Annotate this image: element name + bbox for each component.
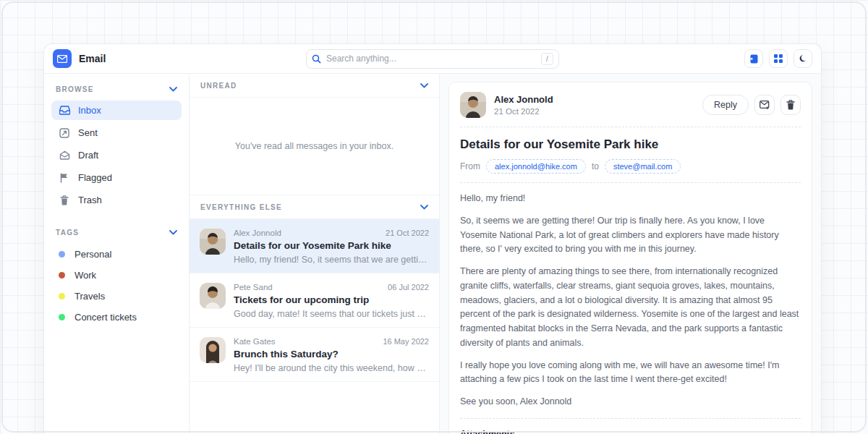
divider — [460, 127, 801, 127]
sidebar-item-draft[interactable]: Draft — [51, 145, 182, 165]
mail-sender: Kate Gates — [234, 337, 276, 346]
app-title: Email — [79, 53, 106, 64]
reading-pane: Alex Jonnold 21 Oct 2022 Reply — [440, 74, 821, 434]
header-actions — [675, 49, 812, 68]
everything-else-section-header[interactable]: EVERYTHING ELSE — [190, 195, 439, 219]
envelope-forward-icon — [760, 101, 770, 110]
tag-item-personal[interactable]: Personal — [51, 244, 182, 265]
email-paragraph: Hello, my friend! — [460, 192, 801, 206]
mail-date: 16 May 2022 — [383, 337, 429, 346]
email-paragraph: I really hope you love coming along with… — [460, 359, 801, 388]
brand: Email — [53, 49, 190, 68]
tag-dot — [59, 293, 65, 299]
mail-preview: Hello, my friend! So, it seems that we a… — [234, 255, 429, 265]
mail-sender: Pete Sand — [234, 283, 273, 292]
tag-label: Travels — [75, 291, 105, 302]
tag-item-travels[interactable]: Travels — [51, 286, 182, 307]
email-subject-title: Details for our Yosemite Park hike — [460, 137, 801, 152]
sidebar-item-inbox[interactable]: Inbox — [51, 101, 182, 120]
chevron-down-icon[interactable] — [420, 83, 428, 88]
to-label: to — [592, 161, 599, 171]
from-to-row: From alex.jonnold@hike.com to steve@mail… — [460, 159, 801, 174]
tag-item-concert-tickets[interactable]: Concert tickets — [51, 307, 182, 328]
forward-email-button[interactable] — [754, 95, 775, 115]
sidebar: BROWSE Inbox Sent — [44, 74, 190, 434]
from-label: From — [460, 161, 480, 171]
search-zone: / — [190, 49, 675, 69]
search-bar[interactable]: / — [306, 49, 559, 69]
chevron-down-icon[interactable] — [169, 230, 177, 235]
avatar — [200, 229, 226, 255]
avatar — [460, 92, 486, 118]
chevron-down-icon[interactable] — [169, 87, 177, 92]
mail-date: 21 Oct 2022 — [386, 229, 429, 237]
trash-icon — [59, 195, 70, 205]
mail-preview: Hey! I'll be around the city this weeken… — [234, 363, 429, 373]
avatar — [200, 337, 226, 363]
sidebar-item-label: Inbox — [78, 105, 101, 116]
email-logo-icon — [53, 49, 72, 68]
attachments-heading: Attachments — [460, 429, 801, 434]
mail-list-column: UNREAD You've read all messages in your … — [190, 74, 440, 434]
mail-summary: Pete Sand 06 Jul 2022 Tickets for our up… — [234, 283, 429, 319]
mail-list-item[interactable]: Kate Gates 16 May 2022 Brunch this Satur… — [190, 328, 439, 382]
email-actions: Reply — [702, 95, 801, 115]
unread-label: UNREAD — [200, 82, 237, 90]
mail-list-item[interactable]: Alex Jonnold 21 Oct 2022 Details for our… — [190, 219, 439, 273]
inbox-icon — [59, 106, 70, 115]
sidebar-item-sent[interactable]: Sent — [51, 123, 182, 142]
search-icon — [312, 54, 321, 64]
divider — [460, 418, 801, 419]
sent-icon — [59, 128, 70, 138]
email-body: Hello, my friend! So, it seems we are ge… — [460, 192, 801, 409]
dark-mode-toggle[interactable] — [793, 49, 812, 68]
search-shortcut-badge: / — [541, 53, 553, 65]
sidebar-item-trash[interactable]: Trash — [51, 190, 182, 210]
tag-label: Personal — [75, 249, 111, 260]
email-date: 21 Oct 2022 — [494, 107, 694, 116]
top-bar: Email / — [44, 44, 821, 74]
to-email-chip[interactable]: steve@mail.com — [605, 159, 681, 174]
search-input[interactable] — [326, 54, 536, 64]
reply-button[interactable]: Reply — [702, 95, 749, 115]
addressbook-button[interactable] — [744, 49, 763, 68]
everything-else-label: EVERYTHING ELSE — [200, 203, 282, 211]
sidebar-item-label: Flagged — [78, 172, 112, 183]
apps-grid-button[interactable] — [769, 49, 788, 68]
mail-sender: Alex Jonnold — [234, 229, 281, 237]
mail-preview: Good day, mate! It seems that our ticket… — [234, 309, 429, 319]
email-paragraph: There are plenty of amazing things to se… — [460, 265, 801, 351]
mail-subject: Brunch this Saturday? — [234, 349, 429, 359]
mail-summary: Alex Jonnold 21 Oct 2022 Details for our… — [234, 229, 429, 265]
avatar — [200, 283, 226, 309]
browse-section-header[interactable]: BROWSE — [51, 82, 182, 101]
email-detail-header: Alex Jonnold 21 Oct 2022 Reply — [460, 92, 801, 118]
sender-name: Alex Jonnold — [494, 94, 694, 105]
sidebar-item-flagged[interactable]: Flagged — [51, 168, 182, 187]
delete-email-button[interactable] — [780, 95, 801, 115]
tag-dot — [59, 314, 65, 320]
divider — [460, 182, 801, 183]
email-paragraph: See you soon, Alex Jonnold — [460, 395, 801, 409]
sidebar-item-label: Trash — [78, 195, 102, 205]
email-app-window: Email / BROWS — [43, 43, 822, 434]
tag-dot — [59, 251, 65, 258]
flag-icon — [59, 173, 70, 183]
tag-item-work[interactable]: Work — [51, 265, 182, 286]
mail-subject: Tickets for our upcoming trip — [234, 294, 429, 305]
tag-label: Concert tickets — [75, 312, 137, 323]
draft-icon — [59, 150, 70, 160]
sidebar-item-label: Draft — [78, 150, 98, 161]
unread-empty-message: You've read all messages in your inbox. — [190, 98, 439, 195]
unread-section-header[interactable]: UNREAD — [190, 74, 439, 98]
from-email-chip[interactable]: alex.jonnold@hike.com — [486, 159, 586, 174]
mail-summary: Kate Gates 16 May 2022 Brunch this Satur… — [234, 337, 429, 373]
trash-icon — [786, 100, 795, 110]
sender-identity: Alex Jonnold 21 Oct 2022 — [494, 94, 694, 116]
tags-section-header[interactable]: TAGS — [51, 226, 182, 244]
chevron-down-icon[interactable] — [420, 205, 428, 210]
mail-date: 06 Jul 2022 — [388, 283, 429, 292]
sidebar-item-label: Sent — [78, 127, 98, 138]
tags-label: TAGS — [56, 229, 79, 237]
mail-list-item[interactable]: Pete Sand 06 Jul 2022 Tickets for our up… — [190, 273, 439, 328]
